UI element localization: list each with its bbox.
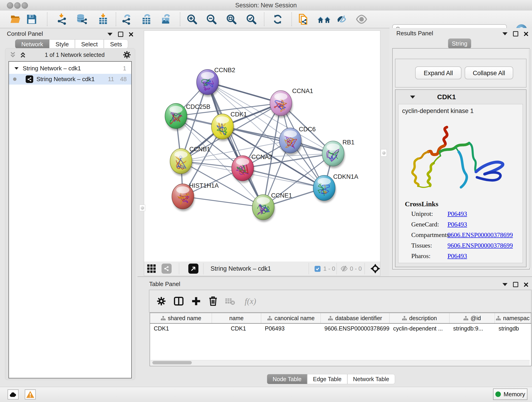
network-node-cdkn1a[interactable]: CDKN1A: [313, 173, 358, 203]
show-all-button[interactable]: [355, 13, 367, 25]
selected-items-checkbox[interactable]: [315, 266, 321, 272]
refresh-view-button[interactable]: [272, 13, 284, 25]
network-view-toolbar: String Network – cdk1 1 - 0 0 - 0: [144, 262, 380, 276]
crosslink-link[interactable]: P06493: [447, 210, 467, 217]
section-disclosure-icon[interactable]: [410, 96, 415, 99]
close-panel-icon[interactable]: [524, 282, 528, 287]
network-badge-button[interactable]: [162, 264, 172, 274]
table-cell[interactable]: stringdb: [495, 324, 531, 333]
tab-string[interactable]: String: [448, 38, 471, 49]
cloud-status-button[interactable]: [7, 389, 19, 400]
import-network-database-button[interactable]: [76, 13, 88, 25]
collapse-all-button[interactable]: Collapse All: [465, 66, 513, 79]
add-column-button[interactable]: [190, 295, 202, 307]
first-neighbors-button[interactable]: [317, 13, 331, 25]
network-row-selected[interactable]: String Network – cdk1 11 48: [9, 74, 131, 85]
expand-all-button[interactable]: Expand All: [415, 66, 462, 79]
control-panel: Control Panel NetworkStyleSelectSets 1 o…: [2, 29, 137, 382]
zoom-fit-button[interactable]: [225, 13, 237, 25]
crosslink-link[interactable]: 9606.ENSP00000378699: [447, 231, 513, 239]
column-header--id[interactable]: @id: [450, 313, 495, 323]
table-horizontal-scrollbar[interactable]: [151, 360, 530, 365]
panel-menu-icon[interactable]: [502, 283, 507, 286]
crosslink-link[interactable]: P06493: [447, 221, 467, 228]
new-network-from-selection-button[interactable]: [298, 13, 310, 25]
crosslink-label: Uniprot:: [411, 210, 447, 217]
network-node-ccne1[interactable]: CCNE1: [252, 192, 292, 222]
show-columns-button[interactable]: [173, 295, 185, 307]
expand-all-icon[interactable]: [19, 51, 27, 58]
crosslink-link[interactable]: P06493: [447, 252, 467, 260]
close-panel-icon[interactable]: [524, 32, 528, 36]
import-network-file-button[interactable]: [56, 13, 68, 25]
tab-network[interactable]: Network: [15, 39, 49, 49]
zoom-out-button[interactable]: [206, 13, 217, 25]
column-header-description[interactable]: description: [389, 313, 450, 323]
tab-select[interactable]: Select: [75, 39, 104, 49]
gene-section-header[interactable]: CDK1: [395, 90, 526, 104]
warnings-button[interactable]: [25, 389, 36, 400]
expand-collapse-box: Expand All Collapse All: [395, 59, 526, 88]
tab-node-table[interactable]: Node Table: [267, 374, 307, 384]
network-node-rb1[interactable]: RB1: [322, 139, 355, 168]
grid-view-button[interactable]: [147, 264, 156, 274]
navigator-crosshair-icon[interactable]: [370, 264, 380, 274]
float-panel-icon[interactable]: [513, 282, 518, 287]
hidden-items-eye-icon[interactable]: [340, 265, 348, 272]
network-collection-row[interactable]: String Network – cdk1 1: [9, 63, 131, 74]
table-cell[interactable]: stringdb:9...: [450, 324, 495, 333]
table-cell[interactable]: 9606.ENSP00000378699: [321, 324, 389, 333]
scrollbar-thumb[interactable]: [152, 361, 192, 364]
float-panel-icon[interactable]: [513, 31, 518, 36]
crosslink-link[interactable]: 9606.ENSP00000378699: [447, 242, 513, 249]
close-panel-icon[interactable]: [129, 32, 133, 37]
tab-network-table[interactable]: Network Table: [347, 374, 395, 384]
network-node-ccnb1[interactable]: CCNB1: [170, 146, 210, 176]
delete-column-button[interactable]: [207, 295, 219, 307]
network-node-ccna2[interactable]: CCNA2: [232, 153, 272, 183]
panel-menu-icon[interactable]: [108, 33, 113, 36]
tab-edge-table[interactable]: Edge Table: [307, 374, 347, 384]
table-cell[interactable]: CDK1: [150, 324, 212, 333]
panel-menu-icon[interactable]: [502, 32, 507, 35]
table-settings-button[interactable]: [155, 295, 167, 307]
tab-style[interactable]: Style: [49, 39, 75, 49]
right-splitter-handle[interactable]: [381, 149, 387, 157]
table-cell[interactable]: cyclin-dependent ...: [389, 324, 450, 333]
zoom-selected-button[interactable]: [245, 13, 257, 25]
memory-button[interactable]: Memory: [493, 389, 527, 400]
gene-details: cyclin-dependent kinase 1: [398, 104, 523, 263]
crosslink-row: Uniprot:P06493: [411, 210, 521, 217]
export-image-button[interactable]: [160, 13, 172, 25]
column-header-database-identifier[interactable]: database identifier: [321, 313, 389, 323]
delete-table-button[interactable]: [224, 295, 236, 307]
zoom-in-button[interactable]: [186, 13, 198, 25]
import-table-button[interactable]: [97, 13, 109, 25]
column-header-namespac[interactable]: namespac: [495, 313, 531, 323]
hide-selected-button[interactable]: [336, 13, 348, 25]
float-panel-icon[interactable]: [118, 32, 123, 37]
column-header-shared-name[interactable]: shared name: [150, 313, 212, 323]
tab-sets[interactable]: Sets: [104, 39, 128, 49]
table-cell[interactable]: P06493: [261, 324, 321, 333]
application-window: Session: New Session: [0, 0, 532, 402]
results-scrollbar[interactable]: [529, 49, 531, 268]
export-table-button[interactable]: [140, 13, 152, 25]
collapse-all-icon[interactable]: [9, 51, 17, 58]
table-row[interactable]: CDK1CDK1P064939606.ENSP00000378699cyclin…: [150, 324, 531, 333]
network-node-cdc25b[interactable]: CDC25B: [165, 103, 210, 131]
export-network-button[interactable]: [121, 13, 133, 25]
left-splitter-handle[interactable]: [139, 205, 145, 211]
save-session-button[interactable]: [26, 13, 38, 25]
column-header-canonical-name[interactable]: canonical name: [261, 313, 321, 323]
network-node-ccnb2[interactable]: CCNB2: [196, 67, 235, 97]
gear-icon[interactable]: [123, 51, 131, 59]
column-header-name[interactable]: name: [212, 313, 261, 323]
open-session-button[interactable]: [10, 13, 22, 25]
open-view-button[interactable]: [188, 264, 198, 274]
collection-disclosure-icon[interactable]: [14, 67, 19, 70]
network-canvas[interactable]: CCNB2CCNA1CDC25BCDK1CDC6RB1CCNB1CCNA2CDK…: [144, 31, 380, 262]
apply-function-button[interactable]: f(x): [240, 295, 261, 307]
table-cell[interactable]: CDK1: [212, 324, 261, 333]
network-node-hist1h1a[interactable]: HIST1H1A: [172, 182, 219, 211]
